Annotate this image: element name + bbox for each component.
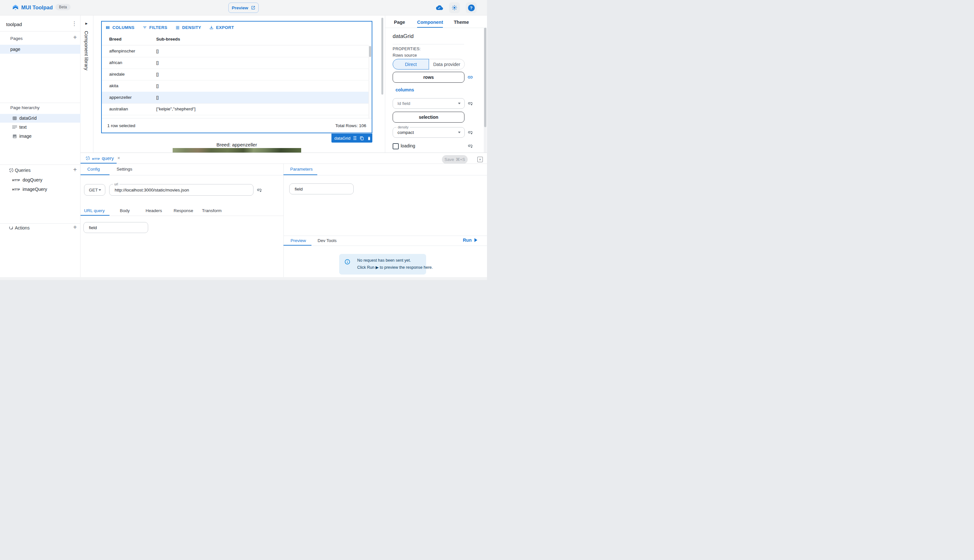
close-query-tab-icon[interactable]: ✕ [117,156,120,160]
preview-button[interactable]: Preview [228,3,259,13]
add-page-button[interactable]: + [73,34,77,40]
drag-handle-icon[interactable] [353,136,357,140]
tab-body[interactable]: Body [120,208,130,213]
divider [0,31,80,32]
cell-breed: appenzeller [109,95,132,100]
sidebar-item-image[interactable]: image [0,132,80,141]
sidebar-item-page[interactable]: page [0,45,80,54]
column-header-subbreeds[interactable]: Sub-breeds [156,37,180,42]
density-button[interactable]: DENSITY [175,25,201,30]
rows-binding-button[interactable]: rows [393,72,464,83]
divider [0,103,80,103]
sidebar-item-datagrid[interactable]: dataGrid [0,114,80,123]
cell-subbreeds: ["kelpie","shepherd"] [156,107,195,112]
page-hierarchy-header: Page hierarchy [10,105,40,110]
rows-source-dataprovider-option[interactable]: Data provider [429,59,465,70]
save-label: Save [444,157,454,162]
cell-subbreeds: [] [156,83,159,88]
id-field-select[interactable]: Id field [393,98,465,109]
tab-transform[interactable]: Transform [202,208,222,213]
inspector-scrollbar-track[interactable] [484,28,487,153]
tab-component[interactable]: Component [417,20,443,25]
table-row[interactable]: australian ["kelpie","shepherd"] [102,103,368,115]
tab-settings[interactable]: Settings [117,167,132,172]
save-button[interactable]: Save ⌘+S [442,155,468,164]
add-query-button[interactable]: + [73,167,77,173]
direct-option-label: Direct [405,62,417,67]
active-tab-underline [417,27,443,28]
parameters-tab-underline [284,175,317,175]
pages-header: Pages [10,36,23,41]
datagrid-scrollbar[interactable] [368,45,372,118]
bind-loading-link-icon[interactable] [468,143,473,148]
table-row[interactable]: airedale [] [102,68,368,80]
selection-binding-button[interactable]: selection [393,112,464,123]
help-button[interactable]: ? [466,2,477,13]
tab-response[interactable]: Response [174,208,193,213]
rows-button-label: rows [423,75,434,80]
actions-header: Actions [15,225,30,230]
url-input[interactable] [109,184,254,196]
mui-toolpad-logo [12,4,19,11]
deploy-status-cloud-icon[interactable] [436,5,443,11]
bind-url-link-icon[interactable] [257,187,262,192]
table-row-selected[interactable]: appenzeller [] [102,92,368,103]
bind-rows-link-icon[interactable] [467,74,473,80]
component-library-label[interactable]: Component library [84,31,89,70]
table-row[interactable]: affenpinscher [] [102,45,368,57]
columns-button[interactable]: COLUMNS [105,25,135,30]
tab-headers[interactable]: Headers [145,208,162,213]
bind-density-link-icon[interactable] [468,130,473,135]
export-icon [209,25,214,30]
add-action-button[interactable]: + [73,224,77,230]
close-panel-icon[interactable]: ✕ [477,157,483,162]
delete-icon[interactable] [367,136,371,141]
parameter-field-input[interactable] [289,183,354,194]
tab-devtools[interactable]: Dev Tools [317,238,337,243]
datagrid-component[interactable]: COLUMNS FILTERS DENSITY EXPORT [101,21,373,133]
url-query-field-input[interactable] [84,222,148,233]
sidebar: toolpad ⋮ Pages + page Page hierarchy da… [0,15,80,277]
filters-button[interactable]: FILTERS [142,25,167,30]
component-selection-chip[interactable]: dataGrid [331,133,373,143]
divider [0,223,80,224]
tab-page[interactable]: Page [394,20,405,25]
export-button[interactable]: EXPORT [209,25,234,30]
query-tab-underline [80,163,117,163]
tab-parameters[interactable]: Parameters [290,167,313,172]
expand-library-arrow-icon[interactable]: ▶ [85,22,88,25]
divider [80,163,487,164]
column-header-breed[interactable]: Breed [109,37,122,42]
rows-source-direct-option[interactable]: Direct [393,59,429,70]
bind-idfield-link-icon[interactable] [468,101,473,106]
run-label: Run [463,238,471,243]
duplicate-icon[interactable] [359,136,364,141]
divider [80,175,487,175]
config-tab-underline [80,175,110,175]
sidebar-item-imagequery[interactable]: HTTP imageQuery [0,185,80,194]
chevron-down-icon [99,189,101,191]
text-component[interactable]: Breed: appenzeller [193,142,280,147]
tab-theme[interactable]: Theme [454,20,469,25]
inspector-scrollbar-thumb[interactable] [484,28,486,127]
theme-toggle-button[interactable] [449,2,460,13]
run-button[interactable]: Run [463,238,477,243]
tab-config[interactable]: Config [87,167,100,172]
sidebar-item-text[interactable]: text [0,123,80,132]
loading-checkbox[interactable] [393,143,399,149]
data-provider-option-label: Data provider [433,62,460,67]
cell-breed: akita [109,83,119,88]
url-field-label: url [113,182,120,186]
sidebar-item-dogquery[interactable]: HTTP dogQuery [0,176,80,184]
tab-preview[interactable]: Preview [291,238,306,243]
http-badge: HTTP [12,188,20,191]
image-component[interactable] [173,148,301,153]
tab-url-query[interactable]: URL query [84,208,105,213]
method-select[interactable]: GET [84,184,105,196]
table-row[interactable]: akita [] [102,80,368,92]
table-row[interactable]: african [] [102,57,368,69]
query-tab-label[interactable]: query [102,155,114,161]
project-menu-button[interactable]: ⋮ [72,20,77,27]
canvas-scrollbar[interactable] [381,18,383,95]
columns-property-link[interactable]: columns [396,87,414,92]
